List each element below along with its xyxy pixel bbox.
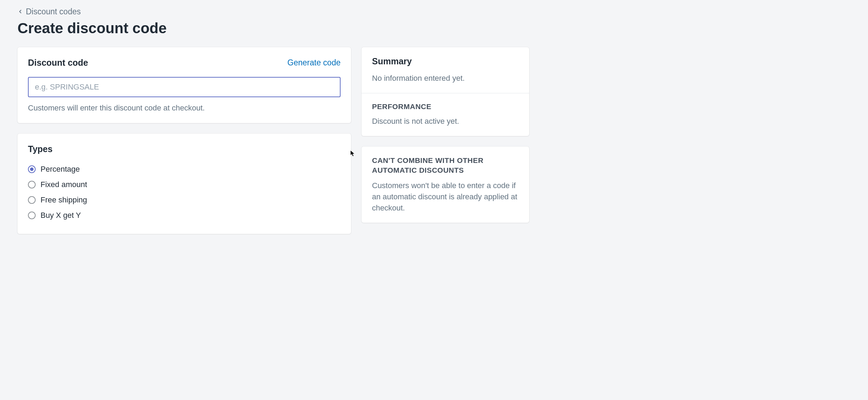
type-radio-label: Percentage xyxy=(41,165,80,174)
chevron-left-icon xyxy=(17,7,23,16)
types-card: Types PercentageFixed amountFree shippin… xyxy=(17,134,351,234)
discount-code-input[interactable] xyxy=(28,77,341,97)
type-radio-label: Buy X get Y xyxy=(41,211,81,220)
type-radio-buy-x-get-y[interactable]: Buy X get Y xyxy=(28,211,341,220)
discount-code-helper: Customers will enter this discount code … xyxy=(28,103,341,113)
performance-text: Discount is not active yet. xyxy=(372,116,519,127)
breadcrumb-label: Discount codes xyxy=(26,7,81,16)
radio-icon xyxy=(28,212,36,219)
type-radio-fixed-amount[interactable]: Fixed amount xyxy=(28,180,341,189)
generate-code-link[interactable]: Generate code xyxy=(287,58,341,67)
summary-title: Summary xyxy=(372,56,519,66)
radio-icon xyxy=(28,165,36,173)
breadcrumb[interactable]: Discount codes xyxy=(17,7,851,16)
discount-code-title: Discount code xyxy=(28,58,88,68)
type-radio-free-shipping[interactable]: Free shipping xyxy=(28,195,341,205)
page-title: Create discount code xyxy=(17,20,851,37)
performance-heading: PERFORMANCE xyxy=(372,102,519,111)
type-radio-percentage[interactable]: Percentage xyxy=(28,165,341,174)
combine-heading: CAN'T COMBINE WITH OTHER AUTOMATIC DISCO… xyxy=(372,156,519,176)
discount-code-card: Discount code Generate code Customers wi… xyxy=(17,47,351,123)
type-radio-label: Free shipping xyxy=(41,195,87,205)
radio-icon xyxy=(28,181,36,188)
summary-empty-text: No information entered yet. xyxy=(372,73,519,84)
types-title: Types xyxy=(28,144,341,154)
type-radio-label: Fixed amount xyxy=(41,180,87,189)
combine-card: CAN'T COMBINE WITH OTHER AUTOMATIC DISCO… xyxy=(362,147,529,223)
summary-card: Summary No information entered yet. PERF… xyxy=(362,47,529,136)
radio-icon xyxy=(28,196,36,204)
combine-body: Customers won't be able to enter a code … xyxy=(372,180,519,214)
